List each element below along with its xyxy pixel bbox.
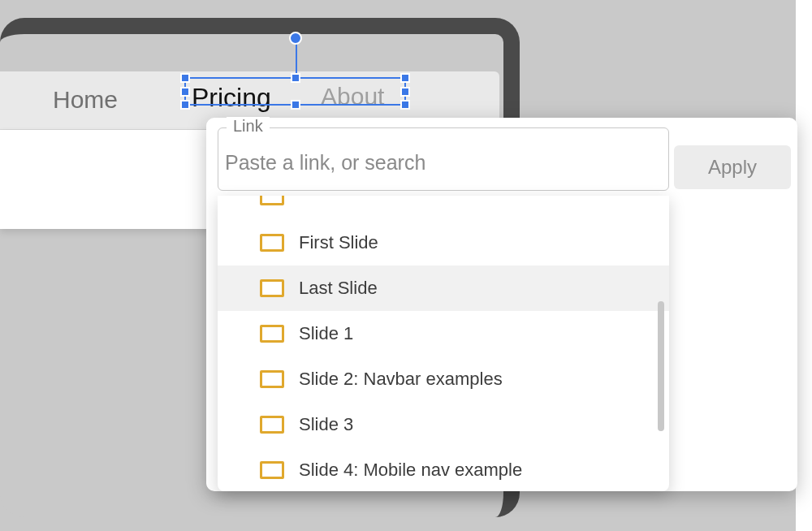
- dropdown-item[interactable]: Slide 4: Mobile nav example: [218, 447, 669, 491]
- link-input[interactable]: [225, 146, 660, 179]
- apply-button-label: Apply: [708, 156, 757, 179]
- slide-icon: [260, 370, 284, 388]
- apply-button[interactable]: Apply: [674, 145, 791, 189]
- resize-handle-sw[interactable]: [180, 100, 190, 110]
- slide-icon: [260, 416, 284, 434]
- nav-item-home[interactable]: Home: [53, 86, 118, 114]
- link-suggestions-dropdown: First Slide Last Slide Slide 1 Slide 2: …: [218, 196, 669, 491]
- dropdown-item-label: Slide 2: Navbar examples: [299, 369, 503, 390]
- insert-link-popup: Link Apply First Slide Last Slide Slide …: [206, 118, 797, 491]
- resize-handle-se[interactable]: [400, 100, 410, 110]
- slide-icon: [260, 325, 284, 343]
- dropdown-item-label: Last Slide: [299, 278, 378, 299]
- dropdown-item[interactable]: Slide 1: [218, 311, 669, 356]
- slide-icon: [260, 196, 284, 205]
- resize-handle-nw[interactable]: [180, 73, 190, 83]
- dropdown-item[interactable]: [218, 196, 669, 220]
- dropdown-item-label: Slide 4: Mobile nav example: [299, 460, 522, 481]
- dropdown-item[interactable]: Slide 3: [218, 402, 669, 447]
- right-gutter: [796, 0, 812, 531]
- rotation-handle[interactable]: [289, 32, 302, 45]
- resize-handle-s[interactable]: [291, 100, 300, 110]
- slide-icon: [260, 234, 284, 252]
- dropdown-item[interactable]: Last Slide: [218, 266, 669, 311]
- dropdown-item[interactable]: First Slide: [218, 220, 669, 266]
- dropdown-item-label: Slide 3: [299, 414, 353, 435]
- dropdown-item-label: Slide 1: [299, 323, 353, 344]
- resize-handle-n[interactable]: [291, 73, 300, 83]
- link-field-frame: Link: [218, 127, 669, 191]
- dropdown-scrollbar[interactable]: [658, 301, 664, 431]
- slide-icon: [260, 461, 284, 479]
- selection-box[interactable]: [184, 77, 406, 106]
- link-field-label: Link: [227, 117, 270, 136]
- slide-icon: [260, 279, 284, 297]
- resize-handle-ne[interactable]: [400, 73, 410, 83]
- resize-handle-w[interactable]: [180, 87, 190, 97]
- dropdown-item-label: First Slide: [299, 232, 378, 253]
- rotation-handle-line: [296, 40, 297, 74]
- dropdown-item[interactable]: Slide 2: Navbar examples: [218, 356, 669, 402]
- resize-handle-e[interactable]: [400, 87, 410, 97]
